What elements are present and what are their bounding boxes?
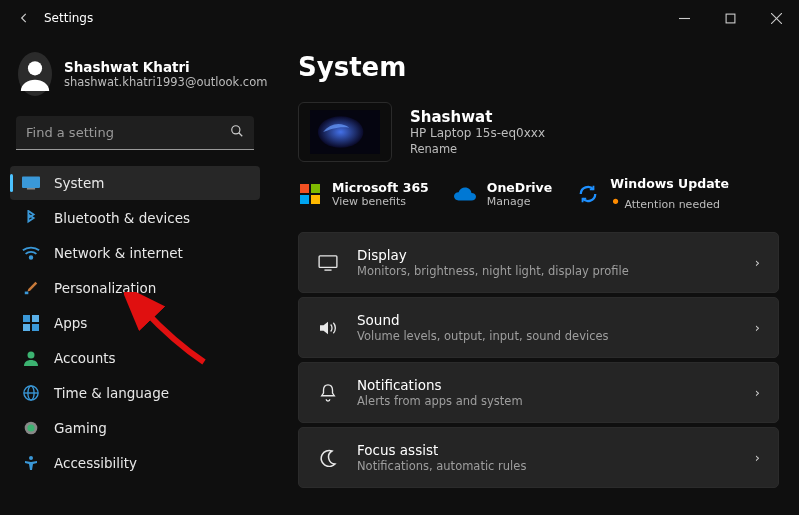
svg-point-23 (318, 116, 364, 148)
maximize-button[interactable] (707, 0, 753, 36)
sound-icon (317, 320, 339, 336)
svg-rect-1 (726, 14, 735, 23)
quick-onedrive[interactable]: OneDriveManage (453, 180, 552, 208)
chevron-right-icon: › (755, 255, 760, 270)
sidebar-item-label: Time & language (54, 385, 169, 401)
close-button[interactable] (753, 0, 799, 36)
sidebar-item-label: Personalization (54, 280, 156, 296)
svg-point-15 (28, 352, 35, 359)
warning-dot-icon: • (610, 191, 621, 212)
quick-microsoft365[interactable]: Microsoft 365View benefits (298, 180, 429, 208)
card-title: Focus assist (357, 442, 737, 458)
search-icon (230, 124, 244, 141)
card-sub: Notifications, automatic rules (357, 459, 737, 473)
device-row: Shashwat HP Laptop 15s-eq0xxx Rename (298, 102, 779, 162)
minimize-button[interactable] (661, 0, 707, 36)
sidebar-item-label: Gaming (54, 420, 107, 436)
back-button[interactable] (10, 4, 38, 32)
sidebar-item-label: Accounts (54, 350, 116, 366)
card-title: Sound (357, 312, 737, 328)
card-sub: Monitors, brightness, night light, displ… (357, 264, 737, 278)
svg-point-4 (28, 61, 42, 75)
card-sub: Alerts from apps and system (357, 394, 737, 408)
avatar-icon (18, 52, 52, 96)
card-title: Notifications (357, 377, 737, 393)
sidebar-item-gaming[interactable]: Gaming (10, 411, 260, 445)
window-title: Settings (44, 11, 93, 25)
titlebar: Settings (0, 0, 799, 36)
rename-link[interactable]: Rename (410, 142, 545, 156)
page-title: System (298, 52, 779, 82)
svg-rect-27 (311, 195, 320, 204)
card-sound[interactable]: SoundVolume levels, output, input, sound… (298, 297, 779, 358)
svg-rect-26 (300, 195, 309, 204)
quick-sub: • Attention needed (610, 191, 729, 212)
chevron-right-icon: › (755, 320, 760, 335)
chevron-right-icon: › (755, 450, 760, 465)
quick-title: Windows Update (610, 176, 729, 191)
main-panel: System Shashwat HP Laptop 15s-eq0xxx Ren… (270, 36, 799, 515)
sidebar-item-label: Network & internet (54, 245, 183, 261)
profile-email: shashwat.khatri1993@outlook.com (64, 75, 267, 89)
sidebar-item-time-language[interactable]: Time & language (10, 376, 260, 410)
svg-point-9 (30, 256, 33, 259)
card-display[interactable]: DisplayMonitors, brightness, night light… (298, 232, 779, 293)
card-title: Display (357, 247, 737, 263)
sidebar-item-bluetooth[interactable]: Bluetooth & devices (10, 201, 260, 235)
card-notifications[interactable]: NotificationsAlerts from apps and system… (298, 362, 779, 423)
search-box[interactable] (16, 116, 254, 150)
globe-icon (22, 384, 40, 402)
sidebar-item-personalization[interactable]: Personalization (10, 271, 260, 305)
gaming-icon (22, 419, 40, 437)
nav-list: System Bluetooth & devices Network & int… (10, 166, 260, 480)
quick-title: Microsoft 365 (332, 180, 429, 195)
windowsupdate-icon (576, 182, 600, 206)
quick-sub: Manage (487, 195, 552, 208)
display-icon (317, 255, 339, 271)
search-input[interactable] (26, 125, 230, 140)
sidebar-item-label: System (54, 175, 104, 191)
sidebar-item-system[interactable]: System (10, 166, 260, 200)
svg-rect-7 (22, 176, 40, 187)
svg-rect-25 (311, 184, 320, 193)
svg-rect-10 (25, 292, 29, 295)
microsoft365-icon (298, 182, 322, 206)
svg-point-5 (232, 126, 240, 134)
svg-rect-12 (32, 315, 39, 322)
svg-rect-13 (23, 324, 30, 331)
svg-rect-28 (319, 255, 337, 267)
apps-icon (22, 314, 40, 332)
quick-windowsupdate[interactable]: Windows Update• Attention needed (576, 176, 729, 212)
wifi-icon (22, 244, 40, 262)
sidebar-item-network[interactable]: Network & internet (10, 236, 260, 270)
moon-icon (317, 449, 339, 467)
device-image[interactable] (298, 102, 392, 162)
bell-icon (317, 384, 339, 402)
onedrive-icon (453, 182, 477, 206)
accessibility-icon (22, 454, 40, 472)
svg-rect-14 (32, 324, 39, 331)
card-focus-assist[interactable]: Focus assistNotifications, automatic rul… (298, 427, 779, 488)
svg-rect-24 (300, 184, 309, 193)
svg-point-20 (27, 424, 34, 431)
quick-sub: View benefits (332, 195, 429, 208)
sidebar-item-label: Apps (54, 315, 87, 331)
sidebar-item-apps[interactable]: Apps (10, 306, 260, 340)
quick-title: OneDrive (487, 180, 552, 195)
profile-name: Shashwat Khatri (64, 59, 267, 75)
quick-links-row: Microsoft 365View benefits OneDriveManag… (298, 176, 779, 212)
sidebar-item-accessibility[interactable]: Accessibility (10, 446, 260, 480)
paintbrush-icon (22, 279, 40, 297)
sidebar-item-accounts[interactable]: Accounts (10, 341, 260, 375)
svg-line-6 (239, 133, 243, 137)
sidebar: Shashwat Khatri shashwat.khatri1993@outl… (0, 36, 270, 515)
system-icon (22, 174, 40, 192)
bluetooth-icon (22, 209, 40, 227)
window-controls (661, 0, 799, 36)
sidebar-item-label: Accessibility (54, 455, 137, 471)
profile-block[interactable]: Shashwat Khatri shashwat.khatri1993@outl… (10, 50, 260, 110)
svg-rect-11 (23, 315, 30, 322)
svg-rect-8 (27, 188, 35, 190)
chevron-right-icon: › (755, 385, 760, 400)
device-model: HP Laptop 15s-eq0xxx (410, 126, 545, 140)
